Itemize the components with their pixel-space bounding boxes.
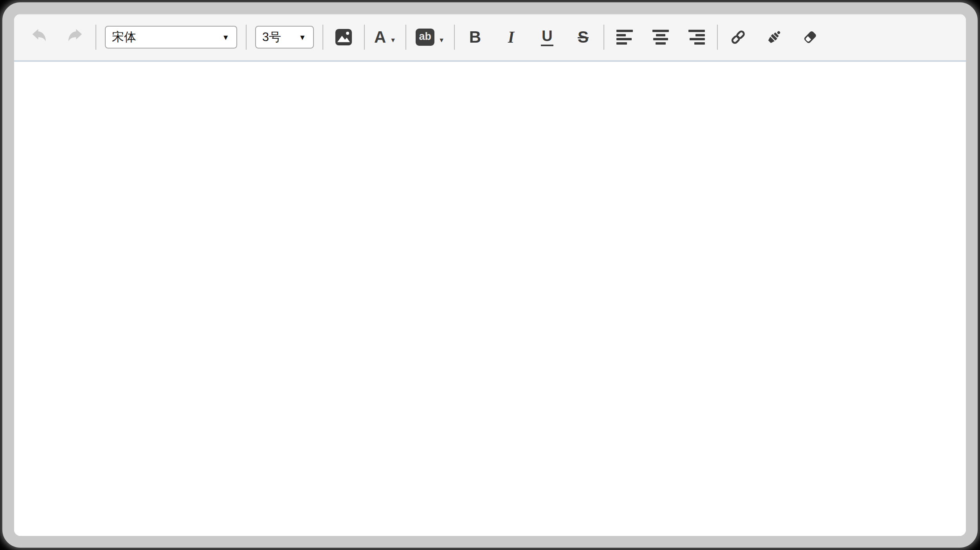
chevron-down-icon: ▼ — [390, 37, 396, 43]
undo-icon — [30, 28, 48, 46]
insert-image-button[interactable] — [333, 20, 355, 54]
font-family-value: 宋体 — [112, 29, 136, 45]
toolbar-separator — [717, 25, 718, 50]
underline-button[interactable]: U — [536, 20, 558, 54]
font-size-select[interactable]: 3号 ▼ — [255, 26, 314, 49]
chevron-down-icon: ▼ — [222, 34, 229, 41]
toolbar-separator — [364, 25, 365, 50]
align-right-icon — [688, 30, 705, 45]
page: 宋体 ▼ 3号 ▼ — [0, 0, 980, 550]
toolbar-separator — [405, 25, 406, 50]
redo-button[interactable] — [64, 20, 86, 54]
rich-text-editor: 宋体 ▼ 3号 ▼ — [2, 2, 978, 548]
align-left-icon — [616, 30, 633, 45]
italic-button[interactable]: I — [500, 20, 522, 54]
toolbar-separator — [454, 25, 455, 50]
redo-icon — [66, 28, 84, 46]
link-icon — [729, 28, 747, 46]
italic-icon: I — [508, 29, 514, 45]
font-size-value: 3号 — [262, 29, 281, 45]
insert-link-button[interactable] — [727, 20, 749, 54]
align-left-button[interactable] — [614, 20, 636, 54]
strikethrough-icon: S — [578, 29, 589, 45]
toolbar-separator — [322, 25, 323, 50]
align-center-button[interactable] — [650, 20, 672, 54]
font-family-select[interactable]: 宋体 ▼ — [105, 26, 237, 49]
underline-icon: U — [541, 29, 553, 46]
highlight-color-button[interactable]: ab ▼ — [416, 20, 445, 54]
strikethrough-button[interactable]: S — [572, 20, 594, 54]
highlight-icon: ab — [416, 29, 434, 46]
undo-button[interactable] — [28, 20, 50, 54]
chevron-down-icon: ▼ — [438, 37, 445, 43]
text-color-button[interactable]: A ▼ — [374, 20, 396, 54]
toolbar-separator — [603, 25, 604, 50]
brush-icon — [765, 28, 783, 46]
format-brush-button[interactable] — [763, 20, 785, 54]
eraser-icon — [801, 28, 819, 46]
bold-icon: B — [469, 29, 481, 45]
editor-toolbar: 宋体 ▼ 3号 ▼ — [14, 14, 966, 62]
align-right-button[interactable] — [686, 20, 708, 54]
bold-button[interactable]: B — [464, 20, 486, 54]
editor-content[interactable] — [14, 62, 966, 536]
eraser-button[interactable] — [799, 20, 821, 54]
text-color-icon: A — [374, 29, 386, 45]
align-center-icon — [652, 30, 669, 45]
chevron-down-icon: ▼ — [299, 34, 306, 41]
toolbar-separator — [246, 25, 247, 50]
image-icon — [335, 28, 353, 46]
toolbar-separator — [95, 25, 96, 50]
